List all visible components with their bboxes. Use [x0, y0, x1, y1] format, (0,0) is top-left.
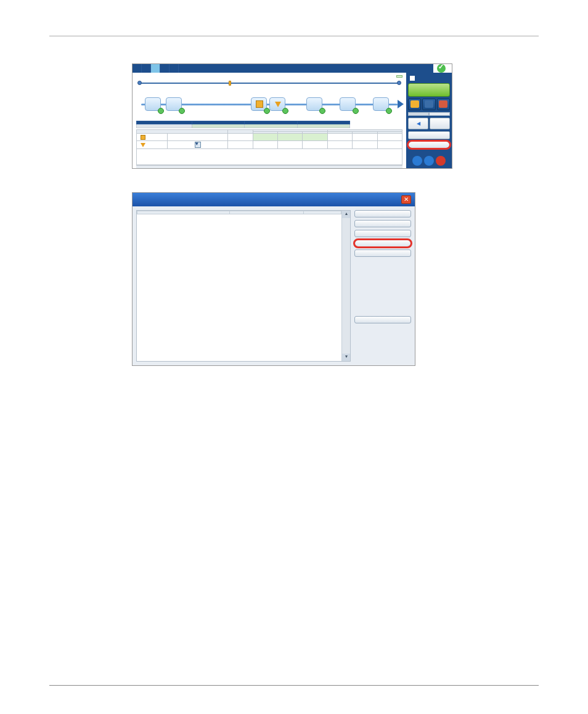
node-2[interactable]	[251, 97, 267, 111]
home-button[interactable]	[430, 118, 450, 129]
row1-refl-0	[327, 141, 352, 149]
event-row-0[interactable]	[137, 134, 402, 141]
col-splitter-ratio[interactable]	[304, 211, 341, 214]
row1-refl-2	[377, 141, 402, 149]
disk-icon	[425, 100, 433, 108]
dialog-close-button[interactable]: ✕	[401, 195, 411, 204]
row1-refl-1	[353, 141, 377, 149]
linkorl-label	[137, 126, 192, 128]
tabbar	[133, 64, 452, 73]
status-dot-icon	[353, 108, 359, 114]
manage-button[interactable]	[408, 141, 450, 149]
splitter-icon	[275, 102, 281, 107]
node-0[interactable]	[145, 97, 161, 111]
row1-loss-2	[303, 141, 327, 149]
node-4[interactable]	[306, 97, 322, 111]
help-icon[interactable]	[424, 156, 434, 166]
row1-loss-0	[253, 141, 277, 149]
status-bar	[136, 165, 402, 168]
select-button[interactable]	[408, 131, 450, 139]
start-button[interactable]	[408, 83, 450, 97]
row0-pos	[228, 134, 253, 141]
status-dot-icon	[158, 108, 164, 114]
iolm-summary-table	[136, 121, 402, 128]
tab-linkview[interactable]	[151, 64, 160, 73]
tab-measurement-info[interactable]	[169, 64, 179, 73]
scroll-down-icon[interactable]: ▾	[342, 354, 350, 361]
row1-loss-1	[277, 141, 302, 149]
connector-icon	[141, 135, 145, 140]
splitter-marker-icon	[229, 81, 231, 86]
linkorl-1550	[297, 126, 349, 128]
screenshot-linkview: ◀	[132, 63, 452, 169]
dialog-buttons	[354, 210, 411, 362]
modify-button[interactable]	[354, 220, 411, 227]
status-dot-icon	[386, 108, 392, 114]
open-button[interactable]	[408, 99, 421, 110]
row0-loss-0	[253, 134, 277, 141]
config-list: ▴ ▾	[136, 210, 351, 362]
duplicate-button[interactable]	[354, 210, 411, 217]
col-identifiers[interactable]	[230, 211, 304, 214]
tools-icon	[439, 100, 447, 108]
scroll-up-icon[interactable]: ▴	[342, 211, 350, 218]
dropdown-icon[interactable]	[195, 142, 201, 148]
events-table	[136, 129, 402, 165]
node-3[interactable]	[269, 97, 285, 111]
side-title	[408, 75, 450, 81]
folder-icon	[410, 100, 419, 108]
side-panel: ◀	[406, 73, 452, 168]
status-dot-icon	[179, 108, 185, 114]
overview-track[interactable]	[136, 79, 402, 87]
row0-refl-1	[353, 134, 377, 141]
close-icon[interactable]	[436, 156, 446, 166]
delete-button[interactable]	[354, 230, 411, 237]
page-footer	[49, 685, 539, 689]
endpoint-a-icon	[137, 81, 142, 85]
divider	[49, 36, 539, 36]
close-button[interactable]	[354, 316, 411, 323]
row0-loss-2	[303, 134, 327, 141]
endpoint-b-icon	[397, 81, 401, 85]
import-button[interactable]	[354, 240, 411, 247]
status-dot-icon	[319, 108, 325, 114]
app-icon	[410, 76, 415, 81]
back-button[interactable]: ◀	[408, 118, 428, 129]
export-button[interactable]	[354, 249, 411, 257]
tab-source[interactable]	[133, 64, 142, 73]
info-icon[interactable]	[412, 156, 422, 166]
scrollbar[interactable]: ▴ ▾	[341, 211, 350, 361]
pass-badge	[433, 64, 452, 73]
config-button[interactable]	[437, 99, 450, 110]
linkorl-1310	[192, 126, 245, 128]
node-5[interactable]	[340, 97, 356, 111]
row0-loss-1	[277, 134, 302, 141]
save-button[interactable]	[422, 99, 435, 110]
side-tab-menu[interactable]	[408, 112, 429, 116]
node-6[interactable]	[373, 97, 389, 111]
distance-badge	[396, 75, 402, 78]
link-view-panel	[133, 73, 406, 168]
linkorl-1490	[245, 126, 297, 128]
row1-pos	[228, 141, 253, 149]
event-row-1[interactable]	[137, 141, 402, 149]
tab-elements[interactable]	[160, 64, 169, 73]
node-strip[interactable]	[136, 92, 402, 117]
col-name[interactable]	[137, 211, 230, 214]
side-tab-testconfig[interactable]	[429, 112, 450, 116]
row0-refl-2	[377, 134, 402, 141]
tab-iolm[interactable]	[142, 64, 151, 73]
side-tabs	[408, 112, 450, 116]
scroll-right-arrow-icon[interactable]	[398, 100, 404, 108]
node-1[interactable]	[166, 97, 182, 111]
dialog-titlebar: ✕	[133, 193, 415, 206]
check-icon	[437, 64, 446, 73]
row0-refl-0	[327, 134, 352, 141]
status-dot-icon	[282, 108, 288, 114]
screenshot-test-config-mgmt: ✕ ▴ ▾	[132, 192, 415, 366]
splitter-row-icon	[141, 143, 145, 147]
